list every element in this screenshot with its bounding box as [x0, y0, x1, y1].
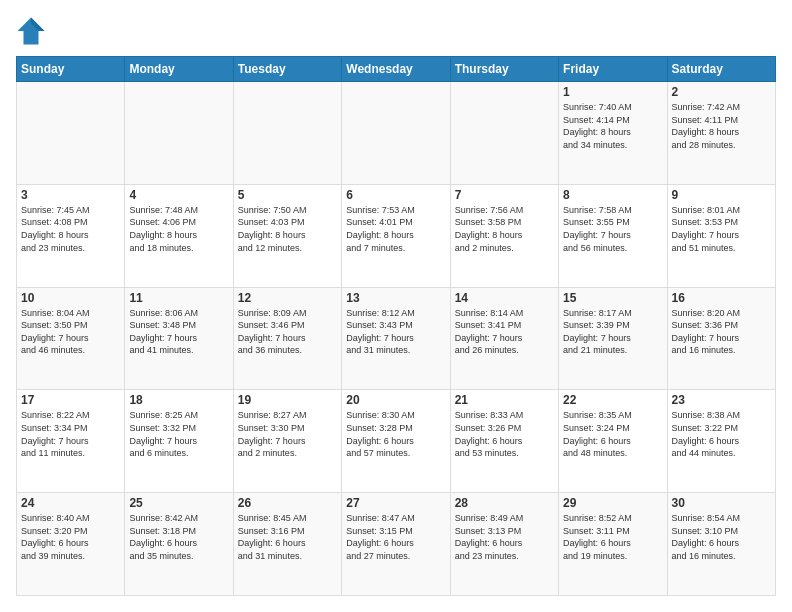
page: SundayMondayTuesdayWednesdayThursdayFrid… [0, 0, 792, 612]
calendar-cell: 21Sunrise: 8:33 AM Sunset: 3:26 PM Dayli… [450, 390, 558, 493]
calendar-cell: 11Sunrise: 8:06 AM Sunset: 3:48 PM Dayli… [125, 287, 233, 390]
calendar-cell: 5Sunrise: 7:50 AM Sunset: 4:03 PM Daylig… [233, 184, 341, 287]
calendar-cell: 12Sunrise: 8:09 AM Sunset: 3:46 PM Dayli… [233, 287, 341, 390]
day-number: 2 [672, 85, 771, 99]
calendar-week-1: 1Sunrise: 7:40 AM Sunset: 4:14 PM Daylig… [17, 82, 776, 185]
calendar-header-monday: Monday [125, 57, 233, 82]
calendar-cell: 23Sunrise: 8:38 AM Sunset: 3:22 PM Dayli… [667, 390, 775, 493]
calendar-cell: 6Sunrise: 7:53 AM Sunset: 4:01 PM Daylig… [342, 184, 450, 287]
calendar-cell: 7Sunrise: 7:56 AM Sunset: 3:58 PM Daylig… [450, 184, 558, 287]
calendar-week-5: 24Sunrise: 8:40 AM Sunset: 3:20 PM Dayli… [17, 493, 776, 596]
day-info: Sunrise: 8:33 AM Sunset: 3:26 PM Dayligh… [455, 409, 554, 459]
calendar-header-row: SundayMondayTuesdayWednesdayThursdayFrid… [17, 57, 776, 82]
day-info: Sunrise: 8:45 AM Sunset: 3:16 PM Dayligh… [238, 512, 337, 562]
calendar-cell: 1Sunrise: 7:40 AM Sunset: 4:14 PM Daylig… [559, 82, 667, 185]
day-number: 1 [563, 85, 662, 99]
day-info: Sunrise: 8:06 AM Sunset: 3:48 PM Dayligh… [129, 307, 228, 357]
calendar-header-wednesday: Wednesday [342, 57, 450, 82]
calendar-header-friday: Friday [559, 57, 667, 82]
day-number: 22 [563, 393, 662, 407]
header [16, 16, 776, 46]
calendar-cell: 26Sunrise: 8:45 AM Sunset: 3:16 PM Dayli… [233, 493, 341, 596]
day-number: 10 [21, 291, 120, 305]
calendar-cell: 18Sunrise: 8:25 AM Sunset: 3:32 PM Dayli… [125, 390, 233, 493]
calendar-cell: 14Sunrise: 8:14 AM Sunset: 3:41 PM Dayli… [450, 287, 558, 390]
calendar-cell: 20Sunrise: 8:30 AM Sunset: 3:28 PM Dayli… [342, 390, 450, 493]
day-info: Sunrise: 8:47 AM Sunset: 3:15 PM Dayligh… [346, 512, 445, 562]
day-info: Sunrise: 8:04 AM Sunset: 3:50 PM Dayligh… [21, 307, 120, 357]
day-info: Sunrise: 7:58 AM Sunset: 3:55 PM Dayligh… [563, 204, 662, 254]
calendar-cell: 19Sunrise: 8:27 AM Sunset: 3:30 PM Dayli… [233, 390, 341, 493]
calendar-cell: 28Sunrise: 8:49 AM Sunset: 3:13 PM Dayli… [450, 493, 558, 596]
day-number: 3 [21, 188, 120, 202]
day-number: 24 [21, 496, 120, 510]
calendar-header-tuesday: Tuesday [233, 57, 341, 82]
day-number: 27 [346, 496, 445, 510]
day-info: Sunrise: 8:12 AM Sunset: 3:43 PM Dayligh… [346, 307, 445, 357]
day-number: 21 [455, 393, 554, 407]
calendar-cell [342, 82, 450, 185]
day-info: Sunrise: 7:40 AM Sunset: 4:14 PM Dayligh… [563, 101, 662, 151]
calendar-cell: 2Sunrise: 7:42 AM Sunset: 4:11 PM Daylig… [667, 82, 775, 185]
day-number: 20 [346, 393, 445, 407]
day-info: Sunrise: 8:38 AM Sunset: 3:22 PM Dayligh… [672, 409, 771, 459]
day-number: 23 [672, 393, 771, 407]
day-info: Sunrise: 7:56 AM Sunset: 3:58 PM Dayligh… [455, 204, 554, 254]
day-info: Sunrise: 8:17 AM Sunset: 3:39 PM Dayligh… [563, 307, 662, 357]
calendar-cell: 16Sunrise: 8:20 AM Sunset: 3:36 PM Dayli… [667, 287, 775, 390]
day-info: Sunrise: 7:45 AM Sunset: 4:08 PM Dayligh… [21, 204, 120, 254]
calendar-header-saturday: Saturday [667, 57, 775, 82]
day-number: 28 [455, 496, 554, 510]
day-number: 17 [21, 393, 120, 407]
logo-icon [16, 16, 46, 46]
calendar-header-sunday: Sunday [17, 57, 125, 82]
day-number: 8 [563, 188, 662, 202]
day-info: Sunrise: 8:14 AM Sunset: 3:41 PM Dayligh… [455, 307, 554, 357]
calendar-table: SundayMondayTuesdayWednesdayThursdayFrid… [16, 56, 776, 596]
calendar-week-2: 3Sunrise: 7:45 AM Sunset: 4:08 PM Daylig… [17, 184, 776, 287]
day-info: Sunrise: 7:50 AM Sunset: 4:03 PM Dayligh… [238, 204, 337, 254]
calendar-cell: 8Sunrise: 7:58 AM Sunset: 3:55 PM Daylig… [559, 184, 667, 287]
calendar-cell: 27Sunrise: 8:47 AM Sunset: 3:15 PM Dayli… [342, 493, 450, 596]
day-number: 9 [672, 188, 771, 202]
day-number: 13 [346, 291, 445, 305]
day-number: 14 [455, 291, 554, 305]
day-number: 4 [129, 188, 228, 202]
calendar-cell [450, 82, 558, 185]
day-info: Sunrise: 8:40 AM Sunset: 3:20 PM Dayligh… [21, 512, 120, 562]
calendar-cell: 17Sunrise: 8:22 AM Sunset: 3:34 PM Dayli… [17, 390, 125, 493]
calendar-cell [17, 82, 125, 185]
day-info: Sunrise: 8:20 AM Sunset: 3:36 PM Dayligh… [672, 307, 771, 357]
calendar-cell: 13Sunrise: 8:12 AM Sunset: 3:43 PM Dayli… [342, 287, 450, 390]
calendar-week-3: 10Sunrise: 8:04 AM Sunset: 3:50 PM Dayli… [17, 287, 776, 390]
calendar-cell: 25Sunrise: 8:42 AM Sunset: 3:18 PM Dayli… [125, 493, 233, 596]
calendar-cell [233, 82, 341, 185]
calendar-cell: 10Sunrise: 8:04 AM Sunset: 3:50 PM Dayli… [17, 287, 125, 390]
calendar-cell: 15Sunrise: 8:17 AM Sunset: 3:39 PM Dayli… [559, 287, 667, 390]
day-info: Sunrise: 7:53 AM Sunset: 4:01 PM Dayligh… [346, 204, 445, 254]
day-info: Sunrise: 8:42 AM Sunset: 3:18 PM Dayligh… [129, 512, 228, 562]
day-number: 6 [346, 188, 445, 202]
logo [16, 16, 50, 46]
day-number: 7 [455, 188, 554, 202]
day-number: 18 [129, 393, 228, 407]
day-info: Sunrise: 8:25 AM Sunset: 3:32 PM Dayligh… [129, 409, 228, 459]
day-info: Sunrise: 8:09 AM Sunset: 3:46 PM Dayligh… [238, 307, 337, 357]
calendar-cell: 29Sunrise: 8:52 AM Sunset: 3:11 PM Dayli… [559, 493, 667, 596]
calendar-cell: 4Sunrise: 7:48 AM Sunset: 4:06 PM Daylig… [125, 184, 233, 287]
day-info: Sunrise: 8:49 AM Sunset: 3:13 PM Dayligh… [455, 512, 554, 562]
day-info: Sunrise: 8:22 AM Sunset: 3:34 PM Dayligh… [21, 409, 120, 459]
day-info: Sunrise: 7:48 AM Sunset: 4:06 PM Dayligh… [129, 204, 228, 254]
day-info: Sunrise: 8:01 AM Sunset: 3:53 PM Dayligh… [672, 204, 771, 254]
day-number: 26 [238, 496, 337, 510]
day-number: 11 [129, 291, 228, 305]
day-number: 16 [672, 291, 771, 305]
calendar-cell: 3Sunrise: 7:45 AM Sunset: 4:08 PM Daylig… [17, 184, 125, 287]
calendar-cell: 24Sunrise: 8:40 AM Sunset: 3:20 PM Dayli… [17, 493, 125, 596]
day-info: Sunrise: 8:54 AM Sunset: 3:10 PM Dayligh… [672, 512, 771, 562]
calendar-cell: 30Sunrise: 8:54 AM Sunset: 3:10 PM Dayli… [667, 493, 775, 596]
calendar-header-thursday: Thursday [450, 57, 558, 82]
day-info: Sunrise: 8:27 AM Sunset: 3:30 PM Dayligh… [238, 409, 337, 459]
day-number: 15 [563, 291, 662, 305]
day-number: 30 [672, 496, 771, 510]
